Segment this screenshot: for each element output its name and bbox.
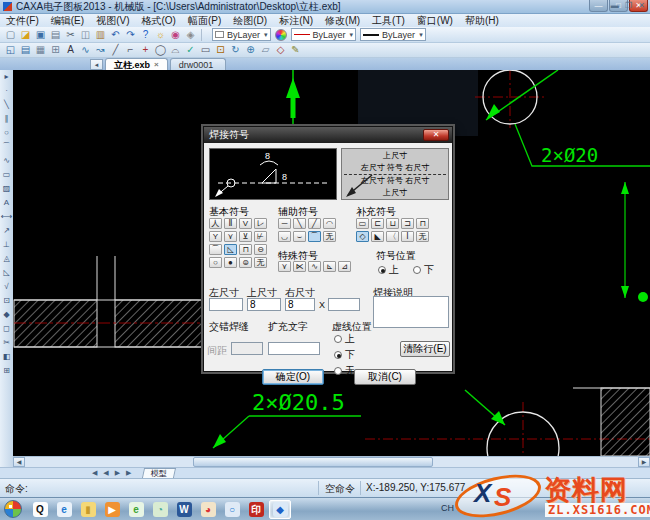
supp-none[interactable]: 无 bbox=[416, 231, 429, 242]
mirror-tool-icon[interactable]: ◧ bbox=[1, 350, 13, 364]
menu-format[interactable]: 格式(O) bbox=[135, 14, 181, 27]
select-tool-icon[interactable]: ▸ bbox=[1, 70, 13, 84]
sym-spot-seam-weld[interactable]: ⊖ bbox=[254, 244, 267, 255]
sym-v-root-weld[interactable]: Y bbox=[209, 231, 222, 242]
menu-window[interactable]: 窗口(W) bbox=[411, 14, 459, 27]
datum-tool-icon[interactable]: ⊥ bbox=[1, 238, 13, 252]
taskbar-ie[interactable]: e bbox=[53, 500, 75, 519]
symbol-tool-icon[interactable]: ◬ bbox=[1, 252, 13, 266]
sym-spot-weld[interactable]: ○ bbox=[209, 257, 222, 268]
taskbar-word[interactable]: W bbox=[173, 500, 195, 519]
open-icon[interactable]: ◪ bbox=[18, 28, 33, 42]
aux-slope-left[interactable]: ╲ bbox=[293, 218, 306, 229]
taskbar-chrome[interactable]: ◕ bbox=[197, 500, 219, 519]
clear-row-button[interactable]: 清除行(E) bbox=[400, 341, 450, 357]
sym-single-v-root-weld[interactable]: ⋎ bbox=[224, 231, 237, 242]
dash-bottom-radio[interactable]: 下 bbox=[334, 348, 355, 362]
rough-tool-icon[interactable]: √ bbox=[1, 280, 13, 294]
special-1[interactable]: ⋎ bbox=[278, 261, 291, 272]
tab-close-icon[interactable]: × bbox=[154, 59, 159, 71]
undo-icon[interactable]: ↶ bbox=[108, 28, 123, 42]
menu-edit[interactable]: 编辑(E) bbox=[45, 14, 90, 27]
special-2[interactable]: ⋉ bbox=[293, 261, 306, 272]
left-dim-input[interactable] bbox=[209, 298, 243, 311]
taskbar-browser-360[interactable]: ◔ bbox=[149, 500, 171, 519]
save-icon[interactable]: ▣ bbox=[33, 28, 48, 42]
sym-backing-weld[interactable]: ⊜ bbox=[239, 257, 252, 268]
help-icon[interactable]: ? bbox=[138, 28, 153, 42]
block-icon[interactable]: ⊡ bbox=[213, 43, 228, 57]
color-picker-icon[interactable] bbox=[275, 29, 287, 41]
menu-help[interactable]: 帮助(H) bbox=[459, 14, 505, 27]
scroll-right-icon[interactable]: ▶ bbox=[638, 457, 650, 467]
redo-icon[interactable]: ↷ bbox=[123, 28, 138, 42]
position-top-radio[interactable]: 上 bbox=[378, 263, 399, 277]
tab-scroll-button[interactable]: ◂ bbox=[90, 59, 103, 70]
aux-convex[interactable]: ◠ bbox=[323, 218, 336, 229]
window-new-icon[interactable]: ◱ bbox=[3, 43, 18, 57]
cancel-button[interactable]: 取消(C) bbox=[354, 369, 416, 385]
print-icon[interactable]: ▤ bbox=[48, 28, 63, 42]
dialog-close-icon[interactable]: ✕ bbox=[423, 129, 449, 141]
bulb-icon[interactable]: ☼ bbox=[153, 28, 168, 42]
erase-tool-icon[interactable]: ◻ bbox=[1, 322, 13, 336]
taskbar-caxa[interactable]: ◆ bbox=[269, 500, 291, 519]
aux-concave[interactable]: ◡ bbox=[278, 231, 291, 242]
tab-lizhu[interactable]: 立柱.exb × bbox=[105, 58, 168, 70]
cut-icon[interactable]: ✂ bbox=[63, 28, 78, 42]
top-dim-input[interactable] bbox=[247, 298, 281, 311]
sym-back-weld[interactable]: ⌒ bbox=[209, 244, 222, 255]
count-input[interactable] bbox=[328, 298, 360, 311]
position-bottom-radio[interactable]: 下 bbox=[413, 263, 434, 277]
tab-nav-arrows[interactable]: ◀ ◀ ▶ ▶ bbox=[92, 469, 133, 477]
rotate-icon[interactable]: ↻ bbox=[228, 43, 243, 57]
supp-open-angle[interactable]: 〈 bbox=[386, 231, 399, 242]
scrollbar-thumb[interactable] bbox=[193, 457, 433, 467]
table-icon[interactable]: ⊞ bbox=[48, 43, 63, 57]
dim-tool-icon[interactable]: ⟷ bbox=[1, 210, 13, 224]
aux-flat[interactable]: ─ bbox=[278, 218, 291, 229]
arc-tool-icon[interactable]: ⌒ bbox=[1, 140, 13, 154]
copy-icon[interactable]: ◫ bbox=[78, 28, 93, 42]
minimize-button[interactable]: — bbox=[589, 0, 608, 12]
rect-icon[interactable]: ▭ bbox=[198, 43, 213, 57]
sym-basic-none[interactable]: 无 bbox=[254, 257, 267, 268]
menu-view[interactable]: 视图(V) bbox=[90, 14, 135, 27]
menu-modify[interactable]: 修改(M) bbox=[319, 14, 366, 27]
circle-tool-icon[interactable]: ○ bbox=[1, 126, 13, 140]
edit-icon[interactable]: ✎ bbox=[288, 43, 303, 57]
circle-icon[interactable]: ◯ bbox=[153, 43, 168, 57]
supp-flat-plate[interactable]: ▭ bbox=[356, 218, 369, 229]
special-5[interactable]: ⊿ bbox=[338, 261, 351, 272]
menu-file[interactable]: 文件(F) bbox=[0, 14, 45, 27]
supp-all-around[interactable]: ◇ bbox=[356, 231, 369, 242]
palette-icon[interactable]: ◉ bbox=[168, 28, 183, 42]
taskbar-media-player[interactable]: ▶ bbox=[101, 500, 123, 519]
taskbar-qq-browser[interactable]: ○ bbox=[221, 500, 243, 519]
arc-icon[interactable]: ⌓ bbox=[168, 43, 183, 57]
text-style-icon[interactable]: A bbox=[63, 43, 78, 57]
tab-drw0001[interactable]: drw0001 bbox=[170, 58, 227, 70]
supp-bracket-left[interactable]: ⊏ bbox=[371, 218, 384, 229]
zoom-icon[interactable]: ⊕ bbox=[243, 43, 258, 57]
sym-flange-weld[interactable]: 人 bbox=[209, 218, 222, 229]
right-dim-input[interactable] bbox=[285, 298, 315, 311]
dialog-title-bar[interactable]: 焊接符号 ✕ bbox=[204, 127, 452, 143]
menu-draw[interactable]: 绘图(D) bbox=[227, 14, 273, 27]
paste-icon[interactable]: ▥ bbox=[93, 28, 108, 42]
spline-tool-icon[interactable]: ∿ bbox=[1, 154, 13, 168]
library-tool-icon[interactable]: ◆ bbox=[1, 308, 13, 322]
special-4[interactable]: ⊾ bbox=[323, 261, 336, 272]
dash-none-radio[interactable]: 无 bbox=[334, 364, 355, 378]
block-tool-icon[interactable]: ⊡ bbox=[1, 294, 13, 308]
mdi-window-controls[interactable]: ▬ ❐ ✕ bbox=[611, 1, 647, 10]
special-3[interactable]: ∿ bbox=[308, 261, 321, 272]
sym-fillet-weld[interactable]: ◺ bbox=[224, 244, 237, 255]
spline-icon[interactable]: ∿ bbox=[78, 43, 93, 57]
aux-arc[interactable]: ⌒ bbox=[308, 231, 321, 242]
weld-tool-icon[interactable]: ◺ bbox=[1, 266, 13, 280]
model-tab[interactable]: 模型 bbox=[142, 468, 176, 478]
parallel-tool-icon[interactable]: ∥ bbox=[1, 112, 13, 126]
spacing-input[interactable] bbox=[231, 342, 263, 355]
dash-top-radio[interactable]: 上 bbox=[334, 332, 355, 346]
